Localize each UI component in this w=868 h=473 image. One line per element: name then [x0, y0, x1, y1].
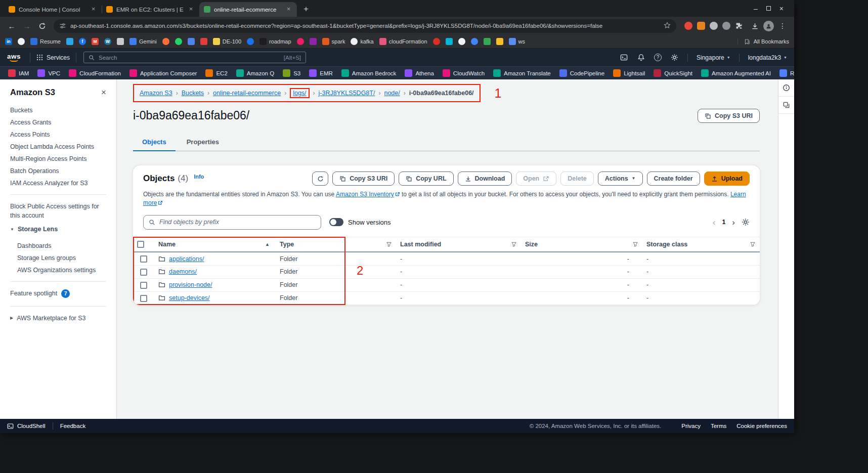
bookmark-item-ws[interactable]: ws — [509, 38, 525, 45]
bookmark-item-gemini[interactable]: Gemini — [129, 38, 157, 45]
favorite-service-ec2[interactable]: EC2 — [205, 69, 227, 77]
extension-icon-gray[interactable] — [710, 22, 718, 30]
column-header-last-modified[interactable]: Last modified — [396, 237, 521, 252]
tab-close-icon[interactable]: × — [90, 6, 97, 13]
settings-gear-icon[interactable] — [670, 53, 679, 62]
breadcrumb-item-j-3rj8ykls5dg8t[interactable]: j-3RJ8YKLS5DG8T/ — [319, 90, 375, 97]
reload-button[interactable] — [35, 19, 49, 32]
favorite-service-iam[interactable]: IAM — [8, 69, 29, 77]
bookmark-item[interactable] — [458, 38, 465, 45]
footer-link-cookie-preferences[interactable]: Cookie preferences — [736, 423, 787, 429]
sidebar-section-storage-lens[interactable]: ▼ Storage Lens — [0, 223, 116, 236]
aws-logo[interactable]: aws — [7, 53, 21, 62]
row-checkbox[interactable] — [133, 265, 154, 278]
sidebar-item-access-grants[interactable]: Access Grants — [0, 116, 116, 128]
address-bar[interactable]: ap-southeast-1.console.aws.amazon.com/s3… — [54, 19, 676, 33]
favorite-service-amazon-augmented-ai[interactable]: Amazon Augmented AI — [701, 69, 771, 77]
bookmark-item[interactable] — [310, 38, 317, 45]
copy-url-button[interactable]: Copy URL — [399, 171, 453, 186]
select-all-checkbox[interactable] — [133, 237, 154, 252]
favorite-service-vpc[interactable]: VPC — [37, 69, 60, 77]
next-page-icon[interactable]: › — [732, 218, 735, 227]
bookmark-item[interactable] — [117, 38, 124, 45]
sidebar-item-aws-organizations-settings[interactable]: AWS Organizations settings — [0, 264, 116, 276]
favorite-service-application-composer[interactable]: Application Composer — [129, 69, 197, 77]
profile-avatar[interactable] — [763, 21, 774, 31]
column-filter-icon[interactable] — [386, 241, 392, 247]
maximize-button[interactable] — [766, 6, 771, 11]
info-panel-icon[interactable] — [778, 79, 794, 97]
tab-close-icon[interactable]: × — [187, 6, 195, 13]
all-bookmarks-button[interactable]: All Bookmarks — [737, 38, 789, 45]
favorite-service-codepipeline[interactable]: CodePipeline — [559, 69, 604, 77]
footer-link-terms[interactable]: Terms — [711, 423, 726, 429]
column-filter-icon[interactable] — [750, 241, 756, 247]
notifications-bell-icon[interactable] — [637, 53, 645, 62]
browser-menu-icon[interactable]: ⋮ — [776, 19, 789, 32]
tab-properties[interactable]: Properties — [178, 134, 228, 151]
show-versions-toggle[interactable]: Show versions — [329, 218, 391, 226]
extension-icon-orange[interactable] — [697, 22, 705, 30]
bookmark-item[interactable] — [297, 38, 304, 45]
favorite-service-cloudwatch[interactable]: CloudWatch — [443, 69, 485, 77]
bookmark-item-kafka[interactable]: kafka — [351, 38, 373, 45]
breadcrumb-item-amazon-s3[interactable]: Amazon S3 — [140, 90, 172, 97]
open-button[interactable]: Open — [516, 171, 556, 186]
favorite-service-rds[interactable]: RDS — [779, 69, 794, 77]
inventory-link[interactable]: Amazon S3 Inventory — [336, 191, 400, 198]
tab-objects[interactable]: Objects — [133, 134, 176, 151]
region-selector[interactable]: Singapore▼ — [697, 54, 730, 61]
bookmark-item[interactable]: in — [5, 38, 12, 45]
sidebar-item-buckets[interactable]: Buckets — [0, 104, 116, 116]
table-preferences-icon[interactable] — [742, 218, 750, 226]
bookmark-item[interactable] — [446, 38, 453, 45]
sidebar-item-iam-access-analyzer-for-s3[interactable]: IAM Access Analyzer for S3 — [0, 177, 116, 189]
column-filter-icon[interactable] — [632, 241, 638, 247]
bookmark-item[interactable]: M — [92, 38, 99, 45]
resources-panel-icon[interactable] — [778, 97, 794, 114]
bookmark-item[interactable] — [484, 38, 491, 45]
bookmark-item[interactable] — [247, 38, 254, 45]
previous-page-icon[interactable]: ‹ — [713, 218, 716, 227]
bookmark-item[interactable]: W — [104, 38, 111, 45]
toggle-track[interactable] — [329, 218, 343, 226]
bookmark-item[interactable] — [175, 38, 182, 45]
bookmark-item[interactable] — [188, 38, 195, 45]
services-menu[interactable]: Services — [30, 53, 76, 63]
object-name-link[interactable]: provision-node/ — [169, 281, 212, 288]
upload-button[interactable]: Upload — [704, 171, 750, 186]
create-folder-button[interactable]: Create folder — [647, 171, 700, 186]
extension-icon-globe[interactable] — [722, 22, 730, 30]
account-menu[interactable]: longdata2k3▼ — [748, 54, 787, 61]
sidebar-item-batch-operations[interactable]: Batch Operations — [0, 165, 116, 177]
bookmark-item[interactable] — [162, 38, 169, 45]
bookmark-item[interactable] — [496, 38, 503, 45]
column-header-size[interactable]: Size — [521, 237, 642, 252]
sidebar-item-multi-region-access-points[interactable]: Multi-Region Access Points — [0, 153, 116, 165]
sidebar-item-block-public-access[interactable]: Block Public Access settings for this ac… — [0, 200, 116, 223]
sidebar-close-icon[interactable]: × — [101, 88, 106, 97]
breadcrumb-item-logs[interactable]: logs/ — [290, 88, 309, 98]
downloads-icon[interactable] — [748, 19, 761, 32]
actions-button[interactable]: Actions▼ — [598, 171, 643, 186]
site-settings-icon[interactable] — [59, 22, 66, 29]
sidebar-item-dashboards[interactable]: Dashboards — [0, 240, 116, 252]
bookmark-item[interactable] — [200, 38, 207, 45]
favorite-service-emr[interactable]: EMR — [309, 69, 333, 77]
favorite-service-amazon-translate[interactable]: Amazon Translate — [493, 69, 551, 77]
delete-button[interactable]: Delete — [560, 171, 594, 186]
column-header-type[interactable]: Type — [276, 237, 396, 252]
browser-tab-emr-on-ec2-clusters-e[interactable]: EMR on EC2: Clusters | E× — [102, 2, 199, 17]
row-checkbox[interactable] — [133, 252, 154, 265]
object-name-link[interactable]: daemons/ — [169, 268, 197, 275]
object-name-link[interactable]: applications/ — [169, 255, 204, 263]
row-checkbox[interactable] — [133, 291, 154, 305]
bookmark-item-de-100[interactable]: DE-100 — [213, 38, 241, 45]
favorite-service-quicksight[interactable]: QuickSight — [654, 69, 692, 77]
row-checkbox[interactable] — [133, 278, 154, 291]
breadcrumb-item-buckets[interactable]: Buckets — [182, 90, 204, 97]
extension-icon-red[interactable] — [684, 22, 692, 30]
favorite-service-athena[interactable]: Athena — [405, 69, 433, 77]
help-icon[interactable]: ? — [654, 54, 662, 61]
bookmark-item[interactable] — [18, 38, 25, 45]
